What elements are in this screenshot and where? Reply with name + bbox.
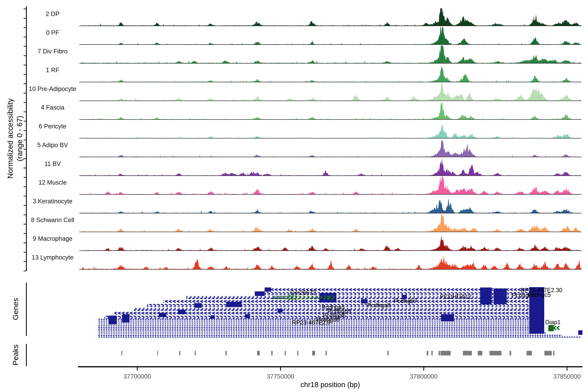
track-signal-5-adipo-bv (79, 139, 582, 157)
track-label-10-pre-adipocyte: 10 Pre-Adipocyte (29, 85, 76, 92)
track-signal-7-div-fibro (79, 46, 582, 64)
track-signal-9-macrophage (79, 235, 582, 251)
track-label-5-adipo-bv: 5 Adipo BV (37, 142, 68, 148)
peaks-panel-label: Peaks (11, 344, 20, 366)
x-tick-label-37700000: 37700000 (123, 373, 151, 380)
track-signal-0-pf (79, 27, 582, 45)
track-label-0-pf: 0 PF (46, 29, 59, 36)
track-signal-6-pericyte (79, 123, 582, 138)
y-axis-title-line1: Normalized accessibility (6, 98, 14, 179)
gene-label-pcdhga8: Pcdhga8 (367, 302, 390, 309)
peaks-track (121, 351, 554, 356)
track-signal-3-keratinocyte (79, 198, 582, 214)
track-signal-13-lymphocyte (79, 255, 582, 270)
y-axis-title-line2: (range 0 - 67) (15, 116, 24, 161)
track-signal-8-schwann-cell (79, 214, 582, 232)
track-label-7-div-fibro: 7 Div Fibro (38, 48, 68, 55)
gene-label-diap1: Diap1 (545, 319, 560, 326)
track-label-6-pericyte: 6 Pericyte (39, 123, 66, 130)
track-label-1-rf: 1 RF (46, 67, 59, 74)
track-signal-10-pre-adipocyte (79, 83, 582, 101)
track-signal-1-rf (79, 66, 582, 82)
gene-label-gm26672: Gm26672 (290, 290, 316, 296)
x-tick-label-37800000: 37800000 (410, 373, 438, 380)
track-label-2-dp: 2 DP (46, 10, 60, 18)
x-tick-label-37850000: 37850000 (553, 373, 581, 380)
genes-panel-label: Genes (11, 298, 20, 320)
track-signal-12-muscle (79, 176, 582, 195)
genome-browser-figure: Normalized accessibility (range 0 - 67) … (0, 0, 588, 392)
track-signal-11-bv (79, 158, 582, 176)
track-label-8-schwann-cell: 8 Schwann Cell (31, 216, 74, 224)
track-label-9-macrophage: 9 Macrophage (33, 235, 72, 242)
x-tick-label-37750000: 37750000 (266, 373, 294, 380)
gene-label-rp23-467e2-9: RP23-467E2.9 (292, 319, 330, 326)
track-signal-2-dp (79, 8, 582, 26)
gene-label-rp23-467e2-30: RP23-467E2.30 (520, 287, 562, 294)
track-label-4-fascia: 4 Fascia (41, 104, 64, 111)
x-axis (78, 366, 582, 370)
x-axis-title: chr18 position (bp) (300, 380, 360, 389)
gene-label-pcdhgb7: Pcdhgb7 (394, 298, 417, 304)
track-label-11-bv: 11 BV (44, 160, 61, 167)
track-label-3-keratinocyte: 3 Keratinocyte (33, 198, 72, 205)
track-signal-4-fascia (79, 102, 582, 120)
gene-label-pcdhga12: PCDHGA12 (440, 293, 472, 300)
track-label-13-lymphocyte: 13 Lymphocyte (32, 254, 74, 261)
track-label-12-muscle: 12 Muscle (38, 179, 67, 186)
plot-canvas (0, 0, 588, 392)
y-axis (24, 6, 27, 271)
